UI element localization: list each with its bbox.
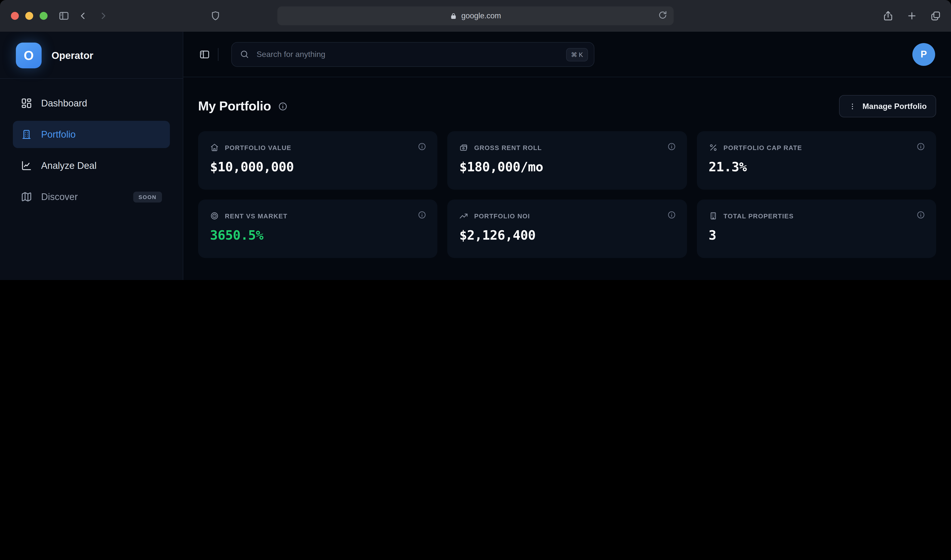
trending-up-icon [459, 211, 468, 220]
sidebar-item-discover[interactable]: Discover SOON [13, 183, 170, 211]
sidebar-item-analyze-deal[interactable]: Analyze Deal [13, 152, 170, 179]
shortcut-badge: ⌘ K [566, 48, 588, 61]
stat-value: 3650.5% [210, 228, 426, 243]
sidebar-item-dashboard[interactable]: Dashboard [13, 89, 170, 117]
avatar[interactable]: P [913, 43, 935, 66]
info-icon[interactable] [667, 211, 676, 219]
stat-card-total-properties: TOTAL PROPERTIES 3 [697, 200, 936, 258]
stat-card-portfolio-noi: PORTFOLIO NOI $2,126,400 [448, 200, 687, 258]
divider [218, 48, 219, 61]
home-icon [210, 143, 219, 152]
sidebar-item-label: Dashboard [41, 98, 87, 109]
stat-card-rent-vs-market: RENT VS MARKET 3650.5% [198, 200, 438, 258]
address-bar[interactable]: google.com [277, 6, 674, 25]
browser-toolbar: google.com [0, 0, 951, 32]
url-text: google.com [462, 11, 501, 20]
privacy-shield-icon[interactable] [210, 11, 221, 21]
stat-label: PORTFOLIO CAP RATE [723, 144, 802, 151]
main-content: My Portfolio Manage Portfolio PORTFOLIO … [183, 77, 951, 280]
stat-value: 3 [709, 228, 924, 243]
chart-icon [21, 160, 32, 171]
manage-portfolio-button[interactable]: Manage Portfolio [839, 95, 936, 117]
forward-button[interactable] [98, 11, 109, 21]
stat-value: 21.3% [709, 160, 924, 174]
portfolio-icon [21, 129, 32, 140]
building-icon [709, 211, 717, 220]
close-window-button[interactable] [11, 12, 19, 20]
info-icon[interactable] [667, 142, 676, 151]
browser-sidebar-icon[interactable] [58, 11, 69, 21]
stat-card-portfolio-cap-rate: PORTFOLIO CAP RATE 21.3% [697, 131, 936, 190]
stat-label: TOTAL PROPERTIES [723, 212, 794, 220]
soon-badge: SOON [133, 191, 162, 202]
dashboard-icon [21, 97, 32, 109]
stat-label: GROSS RENT ROLL [474, 144, 542, 151]
info-icon[interactable] [418, 211, 427, 219]
back-button[interactable] [77, 11, 88, 21]
manage-portfolio-label: Manage Portfolio [862, 102, 927, 111]
banknote-icon [459, 143, 468, 152]
sidebar-item-label: Analyze Deal [41, 160, 97, 171]
target-icon [210, 211, 219, 220]
brand-name: Operator [51, 50, 93, 61]
collapse-sidebar-icon[interactable] [199, 49, 210, 60]
share-icon[interactable] [883, 11, 894, 21]
stat-value: $180,000/mo [459, 160, 675, 174]
tab-overview-icon[interactable] [930, 11, 941, 21]
zoom-window-button[interactable] [40, 12, 48, 20]
browser-window: google.com O Operator Dashboard [0, 0, 951, 280]
stat-label: PORTFOLIO VALUE [225, 144, 291, 151]
stat-card-gross-rent-roll: GROSS RENT ROLL $180,000/mo [448, 131, 687, 190]
map-icon [21, 191, 32, 203]
minimize-window-button[interactable] [25, 12, 33, 20]
stat-label: PORTFOLIO NOI [474, 212, 530, 220]
sidebar-item-portfolio[interactable]: Portfolio [13, 121, 170, 148]
new-tab-icon[interactable] [906, 11, 917, 21]
search-icon [240, 49, 249, 59]
operator-logo: O [16, 43, 42, 68]
info-icon[interactable] [278, 101, 288, 111]
stat-card-portfolio-value: PORTFOLIO VALUE $10,000,000 [198, 131, 438, 190]
sidebar-item-label: Discover [41, 191, 78, 202]
stat-value: $10,000,000 [210, 160, 426, 174]
portfolio-stats: PORTFOLIO VALUE $10,000,000 GROSS RENT R… [198, 131, 936, 258]
sidebar: O Operator Dashboard Portfolio Analyze D… [0, 32, 183, 280]
sidebar-item-label: Portfolio [41, 129, 75, 140]
percent-icon [709, 143, 717, 152]
lock-icon [450, 12, 457, 20]
search-bar[interactable]: ⌘ K [231, 42, 594, 66]
stat-value: $2,126,400 [459, 228, 675, 243]
stat-label: RENT VS MARKET [225, 212, 288, 220]
search-input[interactable] [255, 49, 586, 59]
info-icon[interactable] [916, 211, 925, 219]
page-title: My Portfolio [198, 98, 271, 114]
info-icon[interactable] [418, 142, 427, 151]
brand: O Operator [0, 32, 183, 78]
window-controls [11, 12, 48, 20]
info-icon[interactable] [916, 142, 925, 151]
topbar: ⌘ K P [183, 32, 951, 77]
reload-icon[interactable] [658, 11, 668, 20]
kebab-icon [848, 102, 856, 111]
